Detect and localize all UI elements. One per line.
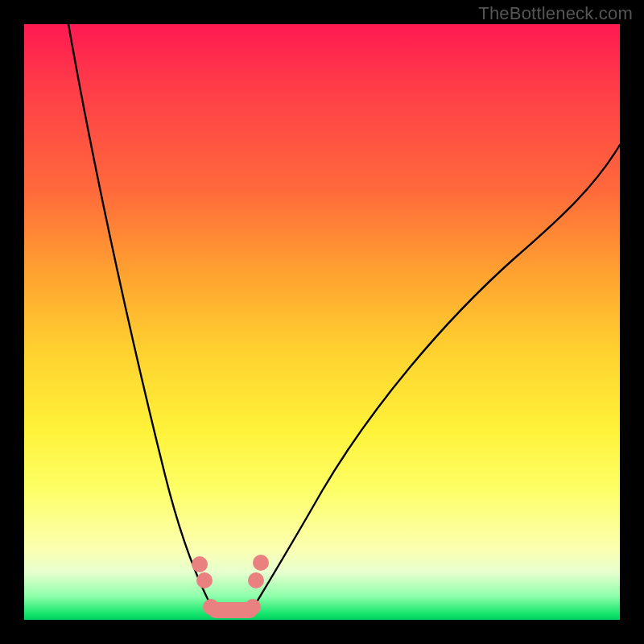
marker-dot	[245, 599, 261, 615]
curve-layer	[24, 24, 620, 620]
plot-area	[24, 24, 620, 620]
watermark-label: TheBottleneck.com	[478, 3, 633, 24]
marker-dot	[203, 599, 219, 615]
right-branch-curve	[253, 145, 620, 609]
left-branch-curve	[68, 24, 213, 609]
marker-dot	[196, 572, 213, 588]
chart-frame: TheBottleneck.com	[0, 0, 644, 644]
marker-dot	[192, 556, 208, 572]
marker-dot	[253, 555, 269, 571]
marker-dot	[248, 572, 264, 588]
